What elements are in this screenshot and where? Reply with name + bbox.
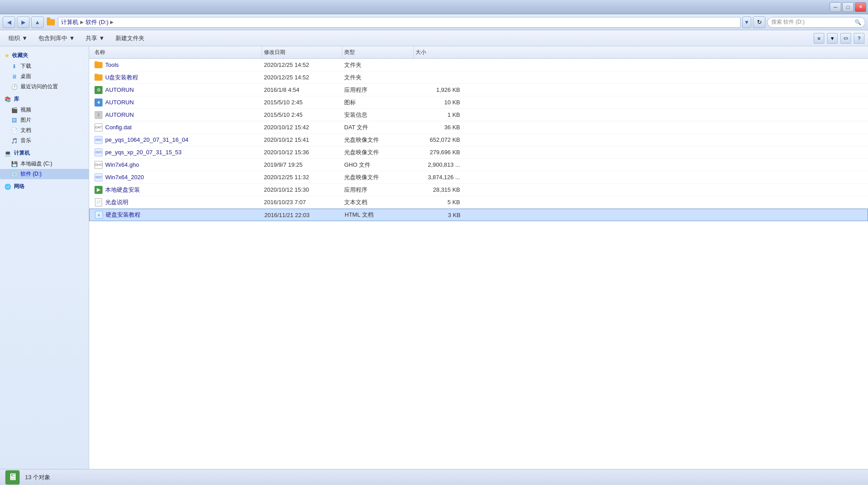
organize-button[interactable]: 组织 ▼ [4, 32, 33, 45]
file-type-icon: DAT [95, 123, 103, 132]
file-type-cell: 文件夹 [342, 74, 414, 82]
table-row[interactable]: ISO pe_yqs_1064_20_07_31_16_04 2020/10/1… [89, 134, 868, 146]
toolbar: 组织 ▼ 包含到库中 ▼ 共享 ▼ 新建文件夹 ≡ ▼ ▭ ? [0, 30, 868, 46]
file-name-cell: ISO pe_yqs_1064_20_07_31_16_04 [93, 136, 262, 144]
table-row[interactable]: ▶ 本地硬盘安装 2020/10/12 15:30 应用程序 28,315 KB [89, 184, 868, 196]
table-row[interactable]: U盘安装教程 2020/12/25 14:52 文件夹 [89, 71, 868, 84]
breadcrumb[interactable]: 计算机 ▶ 软件 (D:) ▶ [58, 17, 740, 28]
file-modified-cell: 2020/10/12 15:42 [262, 124, 342, 131]
file-type-icon: e [95, 211, 103, 219]
refresh-icon: ↻ [757, 19, 762, 25]
breadcrumb-computer[interactable]: 计算机 [61, 18, 78, 26]
file-name: Config.dat [105, 124, 132, 131]
forward-button[interactable]: ▶ [17, 16, 29, 28]
file-name: 光盘说明 [105, 198, 128, 206]
file-type: 光盘映像文件 [344, 148, 379, 156]
sidebar-item-doc[interactable]: 📄 文档 [0, 125, 89, 136]
breadcrumb-drive[interactable]: 软件 (D:) [86, 18, 108, 26]
file-type-icon: ⚙ [95, 86, 103, 94]
table-row[interactable]: 📄 光盘说明 2016/10/23 7:07 文本文档 5 KB [89, 196, 868, 209]
search-box[interactable]: 搜索 软件 (D:) 🔍 [767, 17, 865, 28]
table-row[interactable]: e 硬盘安装教程 2016/11/21 22:03 HTML 文档 3 KB [89, 209, 868, 221]
minimize-button[interactable]: ─ [830, 2, 841, 12]
col-name-header[interactable]: 名称 [93, 46, 262, 58]
sidebar-item-music[interactable]: 🎵 音乐 [0, 136, 89, 146]
back-button[interactable]: ◀ [3, 16, 15, 28]
sidebar-item-desktop[interactable]: 🖥 桌面 [0, 71, 89, 82]
sidebar-library-header[interactable]: 📚 库 [0, 94, 89, 105]
sidebar-network-header[interactable]: 🌐 网络 [0, 181, 89, 192]
doc-icon: 📄 [11, 127, 18, 134]
file-modified-cell: 2016/1/8 4:54 [262, 86, 342, 93]
back-icon: ◀ [7, 19, 11, 25]
view-dropdown-button[interactable]: ▼ [827, 33, 838, 44]
table-row[interactable]: Tools 2020/12/25 14:52 文件夹 [89, 59, 868, 71]
view-dropdown-icon: ▼ [830, 36, 835, 41]
file-type-icon [95, 61, 103, 69]
table-row[interactable]: ⚙ AUTORUN 2016/1/8 4:54 应用程序 1,926 KB [89, 84, 868, 96]
sidebar-item-image[interactable]: 🖼 图片 [0, 115, 89, 125]
help-button[interactable]: ? [854, 33, 864, 44]
window-controls: ─ □ ✕ [830, 2, 866, 12]
file-list: Tools 2020/12/25 14:52 文件夹 U盘安装教程 2020/1… [89, 59, 868, 221]
preview-button[interactable]: ▭ [840, 33, 851, 44]
file-modified: 2020/12/25 11:32 [264, 174, 309, 181]
table-row[interactable]: GHO Win7x64.gho 2019/9/7 19:25 GHO 文件 2,… [89, 159, 868, 171]
sidebar-section-favorites: ★ 收藏夹 ⬇ 下载 🖥 桌面 🕐 最近访问的位置 [0, 50, 89, 92]
file-type: HTML 文档 [345, 211, 374, 219]
file-type-cell: 应用程序 [342, 186, 414, 194]
refresh-button[interactable]: ↻ [753, 16, 765, 28]
file-type-icon: ISO [95, 136, 103, 144]
file-modified: 2020/10/12 15:36 [264, 149, 309, 156]
file-name-cell: DAT Config.dat [93, 123, 262, 132]
sidebar-item-video[interactable]: 🎬 视频 [0, 105, 89, 115]
sidebar-item-download[interactable]: ⬇ 下载 [0, 61, 89, 71]
col-type-header[interactable]: 类型 [342, 46, 414, 58]
sidebar-computer-header[interactable]: 💻 计算机 [0, 148, 89, 159]
up-button[interactable]: ▲ [31, 16, 44, 28]
include-label: 包含到库中 [38, 34, 67, 42]
dropdown-button[interactable]: ▼ [742, 16, 751, 28]
file-type-icon: GHO [95, 161, 103, 169]
new-folder-button[interactable]: 新建文件夹 [111, 32, 149, 45]
image-icon: 🖼 [11, 117, 18, 124]
col-modified-header[interactable]: 修改日期 [262, 46, 342, 58]
sidebar-section-library: 📚 库 🎬 视频 🖼 图片 📄 文档 🎵 音乐 [0, 94, 89, 146]
view-toggle-button[interactable]: ≡ [814, 33, 824, 44]
dropdown-icon: ▼ [744, 19, 749, 25]
file-size: 1,926 KB [436, 86, 461, 93]
sidebar-item-recent[interactable]: 🕐 最近访问的位置 [0, 82, 89, 92]
search-icon: 🔍 [855, 19, 861, 25]
share-button[interactable]: 共享 ▼ [81, 32, 110, 45]
close-button[interactable]: ✕ [855, 2, 866, 12]
search-placeholder: 搜索 软件 (D:) [771, 18, 805, 26]
table-row[interactable]: ISO pe_yqs_xp_20_07_31_15_53 2020/10/12 … [89, 146, 868, 159]
up-icon: ▲ [35, 19, 40, 25]
file-name-cell: ISO pe_yqs_xp_20_07_31_15_53 [93, 148, 262, 156]
share-label: 共享 [86, 34, 97, 42]
file-type: 图标 [344, 99, 356, 107]
sidebar-item-drive-d[interactable]: 💿 软件 (D:) [0, 169, 89, 179]
help-icon: ? [858, 36, 860, 41]
view-icon: ≡ [818, 36, 820, 41]
file-size: 36 KB [444, 124, 460, 131]
status-bar: 🖥 13 个对象 [0, 469, 868, 485]
file-type-icon: ▶ [95, 186, 103, 194]
preview-icon: ▭ [843, 35, 848, 41]
file-size: 279,696 KB [430, 149, 460, 156]
file-type-cell: 文件夹 [342, 61, 414, 69]
content-area: 名称 修改日期 类型 大小 Tools 2020/12/25 14:52 文件夹 [89, 46, 868, 469]
file-type-icon: ISO [95, 148, 103, 156]
file-name-cell: GHO Win7x64.gho [93, 161, 262, 169]
sidebar-item-drive-c[interactable]: 💾 本地磁盘 (C:) [0, 159, 89, 169]
file-name: U盘安装教程 [105, 74, 138, 82]
col-size-header[interactable]: 大小 [414, 46, 467, 58]
table-row[interactable]: ISO Win7x64_2020 2020/12/25 11:32 光盘映像文件… [89, 171, 868, 184]
include-button[interactable]: 包含到库中 ▼ [33, 32, 80, 45]
maximize-button[interactable]: □ [842, 2, 854, 12]
file-type-icon: i [95, 111, 103, 119]
table-row[interactable]: i AUTORUN 2015/5/10 2:45 安装信息 1 KB [89, 109, 868, 121]
table-row[interactable]: ★ AUTORUN 2015/5/10 2:45 图标 10 KB [89, 96, 868, 109]
sidebar-favorites-header[interactable]: ★ 收藏夹 [0, 50, 89, 61]
table-row[interactable]: DAT Config.dat 2020/10/12 15:42 DAT 文件 3… [89, 121, 868, 134]
